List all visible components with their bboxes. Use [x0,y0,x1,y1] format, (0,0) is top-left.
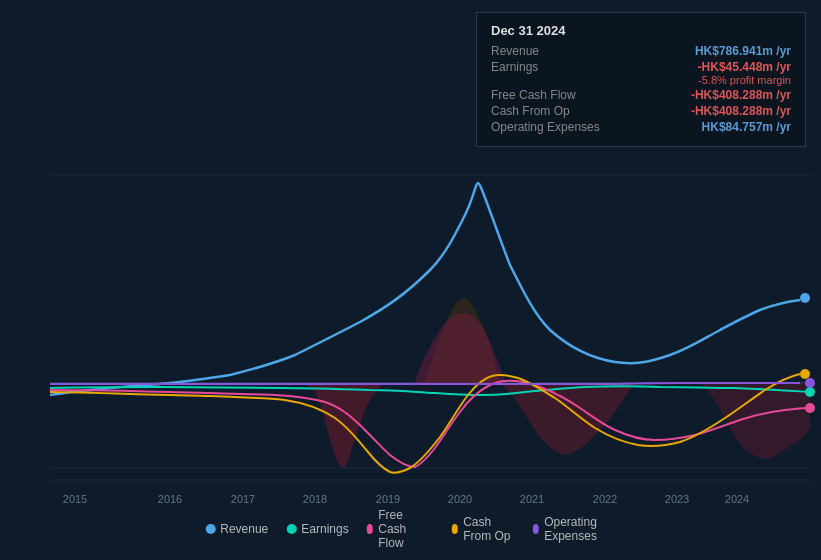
x-label-2023: 2023 [665,493,689,505]
tooltip-fcf-row: Free Cash Flow -HK$408.288m /yr [491,88,791,102]
cfo-value: -HK$408.288m /yr [691,104,791,118]
legend-revenue-label: Revenue [220,522,268,536]
opex-value: HK$84.757m /yr [702,120,791,134]
legend-earnings: Earnings [286,522,348,536]
x-label-2017: 2017 [231,493,255,505]
earnings-value: -HK$45.448m /yr [698,60,791,74]
tooltip-box: Dec 31 2024 Revenue HK$786.941m /yr Earn… [476,12,806,147]
tooltip-date: Dec 31 2024 [491,23,791,38]
svg-point-5 [805,387,815,397]
cfo-label: Cash From Op [491,104,601,118]
opex-label: Operating Expenses [491,120,601,134]
x-label-2016: 2016 [158,493,182,505]
legend-fcf: Free Cash Flow [367,508,434,550]
x-label-2015: 2015 [63,493,87,505]
earnings-label: Earnings [491,60,601,74]
x-label-2019: 2019 [376,493,400,505]
cfo-dot [452,524,459,534]
revenue-dot [205,524,215,534]
legend-earnings-label: Earnings [301,522,348,536]
x-label-2020: 2020 [448,493,472,505]
tooltip-cfo-row: Cash From Op -HK$408.288m /yr [491,104,791,118]
legend-revenue: Revenue [205,522,268,536]
fcf-label: Free Cash Flow [491,88,601,102]
fcf-dot [367,524,374,534]
revenue-label: Revenue [491,44,601,58]
fcf-value: -HK$408.288m /yr [691,88,791,102]
svg-point-4 [800,293,810,303]
tooltip-earnings-row: Earnings -HK$45.448m /yr [491,60,791,74]
svg-point-7 [800,369,810,379]
revenue-value: HK$786.941m /yr [695,44,791,58]
x-label-2022: 2022 [593,493,617,505]
tooltip-opex-row: Operating Expenses HK$84.757m /yr [491,120,791,134]
legend-cfo-label: Cash From Op [463,515,514,543]
legend-opex: Operating Expenses [533,515,616,543]
legend-cfo: Cash From Op [452,515,515,543]
chart-legend: Revenue Earnings Free Cash Flow Cash Fro… [205,508,616,550]
legend-opex-label: Operating Expenses [544,515,616,543]
x-label-2024: 2024 [725,493,749,505]
earnings-dot [286,524,296,534]
x-label-2018: 2018 [303,493,327,505]
x-label-2021: 2021 [520,493,544,505]
profit-margin: -5.8% profit margin [491,74,791,86]
svg-point-8 [805,378,815,388]
chart-container: Dec 31 2024 Revenue HK$786.941m /yr Earn… [0,0,821,560]
legend-fcf-label: Free Cash Flow [378,508,433,550]
opex-dot [533,524,540,534]
tooltip-revenue-row: Revenue HK$786.941m /yr [491,44,791,58]
svg-point-6 [805,403,815,413]
